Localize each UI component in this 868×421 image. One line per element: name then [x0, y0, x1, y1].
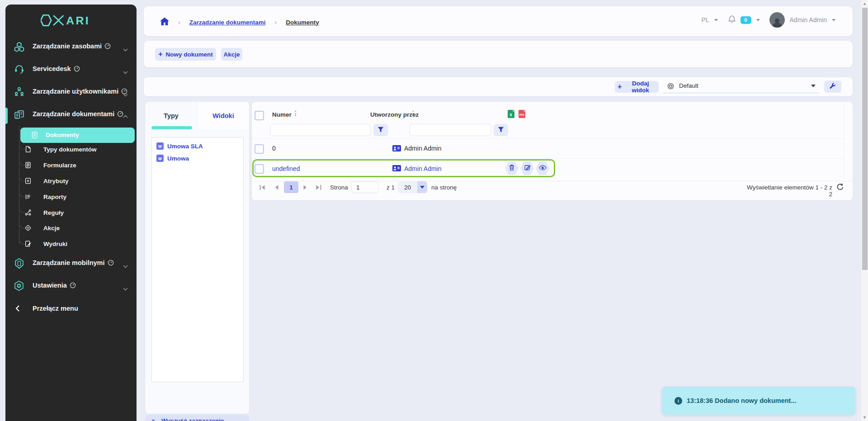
tree-item-umowa-sla[interactable]: w Umowa SLA [156, 142, 203, 150]
breadcrumb-separator: › [178, 19, 180, 26]
toast-notification[interactable]: i 13:18:36 Dodano nowy dokument... [662, 387, 855, 415]
chevron-left-icon [12, 303, 24, 314]
sidebar-item-label: Wydruki [43, 241, 67, 247]
sidebar-item-dokumenty-active[interactable]: Dokumenty [20, 128, 135, 143]
tree-item-umowa[interactable]: w Umowa [156, 155, 189, 162]
sidebar-item-formularze[interactable]: Formularze [5, 158, 137, 172]
close-icon: × [151, 417, 155, 421]
types-tree: w Umowa SLA w Umowa [151, 137, 244, 382]
documents-icon [13, 109, 25, 120]
row-checkbox[interactable] [255, 144, 264, 154]
page-number-input[interactable] [351, 181, 378, 193]
view-select[interactable]: Default [663, 80, 819, 93]
filter-utworzony-input[interactable] [410, 124, 491, 136]
export-excel-icon[interactable]: x [508, 109, 515, 120]
select-all-checkbox[interactable] [255, 111, 264, 120]
breadcrumb-current-dokumenty[interactable]: Dokumenty [286, 19, 319, 26]
chevron-up-icon [123, 113, 128, 121]
sidebar-item-raporty[interactable]: Raporty [5, 189, 137, 204]
home-icon[interactable] [160, 17, 169, 27]
sidebar-item-zasoby[interactable]: Zarządzanie zasobami [5, 35, 137, 58]
actions-label: Akcje [223, 51, 240, 58]
sidebar-item-uzytkownicy[interactable]: Zarządzanie użytkownikami [5, 80, 137, 103]
oxari-logo: ARI [5, 13, 137, 30]
filter-numer-input[interactable] [270, 124, 371, 136]
prev-page-button[interactable] [274, 184, 281, 190]
pagination-divider [252, 181, 853, 181]
documents-grid: Numer ⋮ Utworzony przez ⋮ x PDF 0 Admin … [252, 102, 853, 200]
toast-message: 13:18:36 Dodano nowy dokument... [687, 397, 797, 404]
types-views-panel: Typy Widoki w Umowa SLA w Umowa [145, 102, 249, 414]
sidebar-item-atrybuty[interactable]: Atrybuty [5, 174, 137, 188]
current-page-button[interactable]: 1 [284, 181, 298, 193]
sidebar-item-reguly[interactable]: Reguły [5, 205, 137, 220]
scrollbar-thumb[interactable] [862, 8, 868, 270]
table-row-highlighted[interactable]: undefined Admin Admin [252, 159, 555, 177]
funnel-icon [377, 126, 384, 134]
tab-widoki[interactable]: Widoki [197, 102, 249, 130]
sidebar-item-wydruki[interactable]: Wydruki [5, 237, 137, 251]
cell-numer-link[interactable]: undefined [272, 165, 300, 172]
clear-selection-button[interactable]: × Wyczyść zaznaczenie [145, 415, 249, 421]
user-name[interactable]: Admin Admin [790, 16, 827, 24]
cell-utworzony-link[interactable]: Admin Admin [404, 165, 441, 172]
table-row[interactable]: 0 Admin Admin [252, 138, 844, 158]
actions-button[interactable]: Akcje [221, 48, 242, 61]
scroll-up-arrow[interactable]: ▲ [863, 1, 867, 6]
sidebar-item-typy-dokumentow[interactable]: Typy dokumentów [5, 142, 137, 156]
word-doc-icon: w [156, 142, 164, 150]
refresh-icon[interactable] [836, 183, 844, 193]
new-document-button[interactable]: + Nowy dokument [155, 48, 216, 61]
tree-item-label: Umowa SLA [167, 143, 203, 150]
avatar[interactable] [769, 12, 785, 28]
sidebar: ARI Zarządzanie zasobami Ser [5, 5, 137, 421]
scroll-down-arrow[interactable]: ▼ [863, 415, 867, 420]
view-button[interactable] [536, 161, 549, 175]
sidebar-item-dokumentami[interactable]: Zarządzanie dokumentami [5, 103, 137, 126]
servicedesk-icon [13, 63, 25, 75]
export-pdf-icon[interactable]: PDF [519, 109, 526, 120]
users-icon [13, 86, 25, 98]
chevron-down-icon[interactable] [714, 19, 718, 21]
page-total-label: z 1 [387, 184, 395, 191]
new-document-label: Nowy dokument [166, 51, 213, 58]
chevron-down-icon [123, 262, 128, 270]
sidebar-item-label: Zarządzanie zasobami [33, 43, 102, 50]
sidebar-item-label: Servicedesk [33, 65, 71, 72]
tab-label: Widoki [212, 112, 234, 119]
add-view-button[interactable]: + Dodaj widok [615, 81, 659, 93]
tab-typy[interactable]: Typy [145, 102, 197, 130]
page-size-select[interactable]: 20 [398, 181, 427, 193]
trash-icon [509, 164, 515, 173]
sidebar-toggle-menu[interactable]: Przełącz menu [5, 298, 137, 318]
sidebar-item-servicedesk[interactable]: Servicedesk [5, 58, 137, 80]
plus-icon: + [618, 83, 622, 90]
edit-button[interactable] [520, 161, 534, 175]
delete-button[interactable] [505, 161, 519, 175]
column-menu-icon[interactable]: ⋮ [292, 109, 299, 117]
view-settings-button[interactable] [824, 80, 841, 93]
next-page-button[interactable] [303, 184, 310, 190]
notification-badge[interactable]: 0 [741, 16, 751, 24]
sidebar-item-ustawienia[interactable]: Ustawienia [5, 274, 137, 297]
page-size-value: 20 [398, 181, 417, 193]
row-checkbox[interactable] [255, 164, 264, 174]
view-icon [667, 83, 674, 91]
last-page-button[interactable] [316, 184, 323, 190]
attribute-card-icon [24, 177, 32, 185]
breadcrumb-link-dokumentami[interactable]: Zarządzanie dokumentami [189, 19, 266, 26]
vertical-scrollbar[interactable]: ▲ ▼ [861, 0, 868, 421]
filter-utworzony-button[interactable] [494, 124, 508, 136]
column-header-numer[interactable]: Numer [272, 111, 292, 118]
sidebar-item-akcje[interactable]: Akcje [5, 221, 137, 235]
language-selector[interactable]: PL [701, 16, 709, 24]
sidebar-item-label: Ustawienia [33, 282, 67, 289]
column-menu-icon[interactable]: ⋮ [410, 109, 416, 117]
chevron-down-icon[interactable] [756, 19, 760, 21]
first-page-button[interactable] [259, 184, 266, 190]
bell-icon[interactable] [728, 15, 736, 25]
sidebar-item-mobilne[interactable]: Zarządzanie mobilnymi [5, 252, 137, 274]
filter-numer-button[interactable] [373, 124, 388, 136]
view-select-value: Default [679, 82, 698, 89]
chevron-down-icon[interactable] [832, 19, 835, 21]
